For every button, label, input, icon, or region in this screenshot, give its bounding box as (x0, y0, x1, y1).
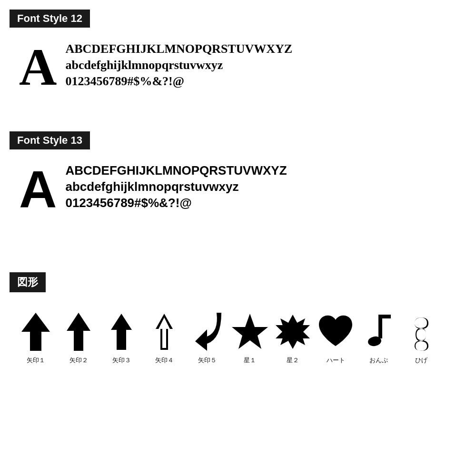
font-style-13-line-2: abcdefghijklmnopqrstuvwxyz (65, 179, 287, 195)
yajirushi1-icon (21, 310, 50, 353)
shapes-grid: 矢印１ 矢印２ 矢 (10, 301, 466, 369)
yajirushi4-label: 矢印４ (155, 356, 174, 365)
hoshi2-icon (274, 310, 312, 353)
font-style-12-big-a: A (19, 41, 57, 93)
shape-yajirushi1: 矢印１ (14, 310, 57, 365)
hige-icon (412, 310, 431, 353)
font-style-13-line-3: 0123456789#$%&?!@ (65, 195, 287, 211)
shape-yajirushi2: 矢印２ (57, 310, 100, 365)
shape-yajirushi3: 矢印３ (100, 310, 143, 365)
yajirushi2-icon (67, 310, 90, 353)
hoshi2-label: 星２ (287, 356, 299, 365)
svg-marker-0 (21, 313, 50, 351)
yajirushi3-label: 矢印３ (112, 356, 131, 365)
yajirushi4-icon (156, 310, 173, 353)
font-style-13-demo: A ABCDEFGHIJKLMNOPQRSTUVWXYZ abcdefghijk… (10, 158, 466, 225)
font-style-12-label: Font Style 12 (10, 10, 90, 28)
shape-haato: ハート (314, 310, 357, 365)
font-style-12-line-1: ABCDEFGHIJKLMNOPQRSTUVWXYZ (65, 41, 292, 57)
yajirushi5-icon (193, 310, 221, 353)
yajirushi5-label: 矢印５ (198, 356, 217, 365)
font-style-12-demo: A ABCDEFGHIJKLMNOPQRSTUVWXYZ abcdefghijk… (10, 36, 466, 103)
onpu-icon (364, 310, 393, 353)
font-style-13-section: Font Style 13 A ABCDEFGHIJKLMNOPQRSTUVWX… (10, 131, 466, 225)
shape-yajirushi5: 矢印５ (186, 310, 228, 365)
onpu-label: おんぷ (369, 356, 388, 365)
yajirushi1-label: 矢印１ (27, 356, 45, 365)
svg-marker-3 (68, 314, 89, 351)
shapes-section: 図形 矢印１ 矢印２ (10, 272, 466, 369)
hoshi1-icon (231, 310, 269, 353)
hoshi1-label: 星１ (244, 356, 256, 365)
font-style-13-line-1: ABCDEFGHIJKLMNOPQRSTUVWXYZ (65, 163, 287, 179)
font-style-13-big-a: A (19, 163, 57, 215)
shape-onpu: おんぷ (357, 310, 400, 365)
haato-label: ハート (327, 356, 345, 365)
yajirushi3-icon (111, 310, 132, 353)
hige-label: ひげ (415, 356, 427, 365)
shape-hoshi2: 星２ (271, 310, 314, 365)
font-style-12-section: Font Style 12 A ABCDEFGHIJKLMNOPQRSTUVWX… (10, 10, 466, 103)
font-style-12-line-3: 0123456789#$%&?!@ (65, 73, 292, 89)
svg-marker-4 (111, 314, 132, 350)
yajirushi2-label: 矢印２ (69, 356, 88, 365)
font-style-12-line-2: abcdefghijklmnopqrstuvwxyz (65, 57, 292, 73)
font-style-13-chars: ABCDEFGHIJKLMNOPQRSTUVWXYZ abcdefghijklm… (65, 163, 287, 211)
shape-yajirushi4: 矢印４ (143, 310, 186, 365)
page: Font Style 12 A ABCDEFGHIJKLMNOPQRSTUVWX… (0, 0, 476, 379)
shape-hoshi1: 星１ (228, 310, 271, 365)
svg-rect-11 (378, 315, 391, 318)
shapes-label: 図形 (10, 272, 46, 292)
svg-marker-7 (232, 314, 268, 349)
shape-hige: ひげ (400, 310, 443, 365)
font-style-13-label: Font Style 13 (10, 131, 90, 149)
font-style-12-chars: ABCDEFGHIJKLMNOPQRSTUVWXYZ abcdefghijklm… (65, 41, 292, 89)
haato-icon (317, 310, 355, 353)
